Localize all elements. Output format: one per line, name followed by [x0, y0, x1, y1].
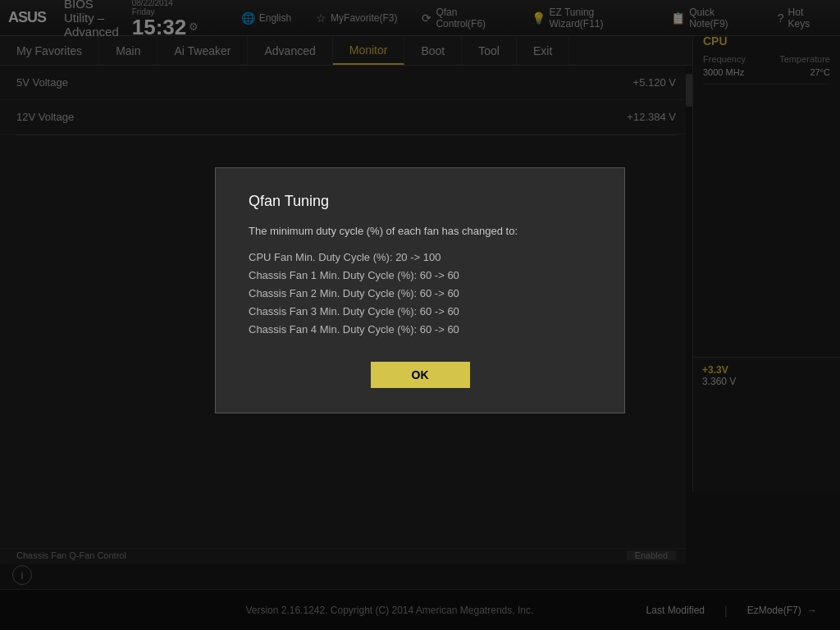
dialog-subtitle: The minimum duty cycle (%) of each fan h… — [249, 225, 591, 237]
qfan-dialog: Qfan Tuning The minimum duty cycle (%) o… — [215, 167, 625, 413]
fan-line-1: Chassis Fan 1 Min. Duty Cycle (%): 60 ->… — [249, 267, 591, 285]
dialog-overlay: Qfan Tuning The minimum duty cycle (%) o… — [0, 0, 840, 630]
dialog-lines: CPU Fan Min. Duty Cycle (%): 20 -> 100 C… — [249, 249, 591, 339]
fan-line-3: Chassis Fan 3 Min. Duty Cycle (%): 60 ->… — [249, 303, 591, 321]
fan-line-4: Chassis Fan 4 Min. Duty Cycle (%): 60 ->… — [249, 321, 591, 339]
ok-button[interactable]: OK — [371, 362, 470, 388]
fan-line-0: CPU Fan Min. Duty Cycle (%): 20 -> 100 — [249, 249, 591, 267]
dialog-title: Qfan Tuning — [249, 193, 591, 210]
fan-line-2: Chassis Fan 2 Min. Duty Cycle (%): 60 ->… — [249, 285, 591, 303]
